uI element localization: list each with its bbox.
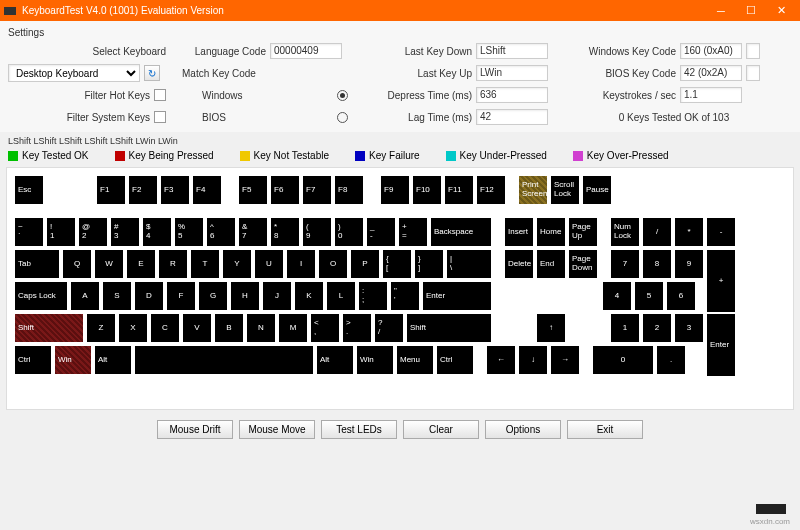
key-insert[interactable]: Insert [505,218,533,246]
key-scroll[interactable]: Scroll Lock [551,176,579,204]
key-np-enter[interactable]: Enter [707,314,735,376]
key-np9[interactable]: 9 [675,250,703,278]
key-7[interactable]: &7 [239,218,267,246]
key-enter[interactable]: Enter [423,282,491,310]
key-np3[interactable]: 3 [675,314,703,342]
key-space[interactable] [135,346,313,374]
key-np-mul[interactable]: * [675,218,703,246]
key-np-div[interactable]: / [643,218,671,246]
key-v[interactable]: V [183,314,211,342]
key-d[interactable]: D [135,282,163,310]
maximize-button[interactable]: ☐ [736,0,766,21]
key-j[interactable]: J [263,282,291,310]
key-f4[interactable]: F4 [193,176,221,204]
key-lbracket[interactable]: {[ [383,250,411,278]
key-f9[interactable]: F9 [381,176,409,204]
key-a[interactable]: A [71,282,99,310]
key-np7[interactable]: 7 [611,250,639,278]
key-numlock[interactable]: Num Lock [611,218,639,246]
key-9[interactable]: (9 [303,218,331,246]
key-np6[interactable]: 6 [667,282,695,310]
key-left[interactable]: ← [487,346,515,374]
key-lctrl[interactable]: Ctrl [15,346,51,374]
key-tab[interactable]: Tab [15,250,59,278]
key-l[interactable]: L [327,282,355,310]
key-period[interactable]: >. [343,314,371,342]
key-4[interactable]: $4 [143,218,171,246]
key-f2[interactable]: F2 [129,176,157,204]
key-np-dot[interactable]: . [657,346,685,374]
key-3[interactable]: #3 [111,218,139,246]
key-right[interactable]: → [551,346,579,374]
key-p[interactable]: P [351,250,379,278]
key-f3[interactable]: F3 [161,176,189,204]
key-6[interactable]: ^6 [207,218,235,246]
key-pause[interactable]: Pause [583,176,611,204]
key-esc[interactable]: Esc [15,176,43,204]
key-b[interactable]: B [215,314,243,342]
key-np0[interactable]: 0 [593,346,653,374]
key-y[interactable]: Y [223,250,251,278]
key-f11[interactable]: F11 [445,176,473,204]
key-capslock[interactable]: Caps Lock [15,282,67,310]
key-rbracket[interactable]: }] [415,250,443,278]
key-f10[interactable]: F10 [413,176,441,204]
key-pgup[interactable]: Page Up [569,218,597,246]
key-t[interactable]: T [191,250,219,278]
key-rwin[interactable]: Win [357,346,393,374]
key-np-sub[interactable]: - [707,218,735,246]
key-np4[interactable]: 4 [603,282,631,310]
key-up[interactable]: ↑ [537,314,565,342]
key-f1[interactable]: F1 [97,176,125,204]
mouse-drift-button[interactable]: Mouse Drift [157,420,233,439]
key-q[interactable]: Q [63,250,91,278]
key-5[interactable]: %5 [175,218,203,246]
key-backspace[interactable]: Backspace [431,218,491,246]
minimize-button[interactable]: ─ [706,0,736,21]
key-np2[interactable]: 2 [643,314,671,342]
key-f7[interactable]: F7 [303,176,331,204]
key-rshift[interactable]: Shift [407,314,491,342]
key-f[interactable]: F [167,282,195,310]
key-lalt[interactable]: Alt [95,346,131,374]
key-m[interactable]: M [279,314,307,342]
key-f6[interactable]: F6 [271,176,299,204]
options-button[interactable]: Options [485,420,561,439]
key-c[interactable]: C [151,314,179,342]
key-w[interactable]: W [95,250,123,278]
key-backslash[interactable]: |\ [447,250,491,278]
key-lshift[interactable]: Shift [15,314,83,342]
mouse-move-button[interactable]: Mouse Move [239,420,315,439]
match-bios-radio[interactable] [337,112,348,123]
key-z[interactable]: Z [87,314,115,342]
test-leds-button[interactable]: Test LEDs [321,420,397,439]
key-menu[interactable]: Menu [397,346,433,374]
key-np-add[interactable]: + [707,250,735,312]
key-equals[interactable]: += [399,218,427,246]
key-delete[interactable]: Delete [505,250,533,278]
key-slash[interactable]: ?/ [375,314,403,342]
key-0[interactable]: )0 [335,218,363,246]
key-e[interactable]: E [127,250,155,278]
filter-hotkeys-checkbox[interactable] [154,89,166,101]
key-s[interactable]: S [103,282,131,310]
key-down[interactable]: ↓ [519,346,547,374]
key-h[interactable]: H [231,282,259,310]
key-i[interactable]: I [287,250,315,278]
match-windows-radio[interactable] [337,90,348,101]
key-lwin[interactable]: Win [55,346,91,374]
key-x[interactable]: X [119,314,147,342]
key-g[interactable]: G [199,282,227,310]
key-1[interactable]: !1 [47,218,75,246]
key-np8[interactable]: 8 [643,250,671,278]
key-np5[interactable]: 5 [635,282,663,310]
keyboard-select[interactable]: Desktop Keyboard [8,64,140,82]
key-tilde[interactable]: ~` [15,218,43,246]
refresh-button[interactable]: ↻ [144,65,160,81]
key-home[interactable]: Home [537,218,565,246]
key-comma[interactable]: <, [311,314,339,342]
key-semicolon[interactable]: :; [359,282,387,310]
key-minus[interactable]: _- [367,218,395,246]
key-f12[interactable]: F12 [477,176,505,204]
filter-syskeys-checkbox[interactable] [154,111,166,123]
